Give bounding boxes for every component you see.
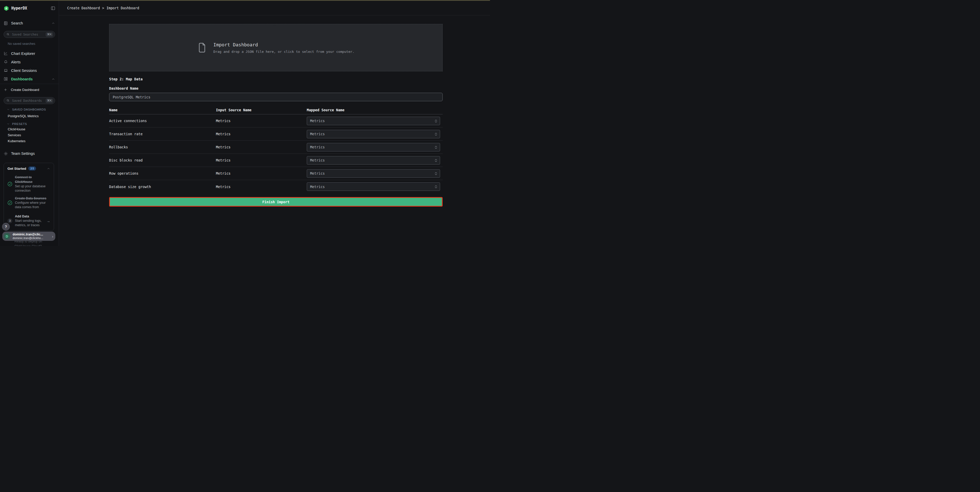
chevron-up-icon[interactable] (51, 21, 55, 25)
app-title: HyperDX (11, 6, 27, 11)
bell-icon (3, 60, 8, 64)
no-saved-searches-text: No saved searches (8, 42, 59, 46)
selector-icon (434, 132, 438, 136)
search-icon (6, 32, 10, 37)
check-circle-icon (8, 182, 12, 187)
laptop-icon (3, 68, 8, 73)
main-area: Create Dashboard>Import Dashboard Import… (59, 1, 490, 246)
step-description: Configure where your data comes from (15, 201, 48, 209)
dropzone-title: Import Dashboard (213, 42, 355, 47)
sidebar-item-dashboards[interactable]: Dashboards (0, 75, 59, 83)
saved-searches-search: ⌘K (3, 31, 55, 38)
user-menu[interactable]: D dominic.tran@clic... dominic.tran@clic… (2, 232, 55, 241)
top-edge-strip (0, 0, 490, 1)
shortcut-badge: ⌘K (46, 32, 53, 37)
sidebar: HyperDX Search ⌘K No saved searches Char… (0, 0, 59, 246)
dashboard-name-label: Dashboard Name (109, 86, 443, 90)
mapping-table: Name Input Source Name Mapped Source Nam… (109, 105, 443, 193)
selector-icon (434, 172, 438, 176)
sidebar-item-client-sessions[interactable]: Client Sessions (0, 66, 59, 75)
mapped-source-select[interactable]: Metrics (307, 117, 440, 125)
hyperdx-logo-icon (3, 6, 9, 11)
chart-line-icon (3, 51, 8, 56)
table-row: Row operations Metrics Metrics (109, 167, 443, 180)
shortcut-badge: ⌘K (46, 98, 53, 103)
step-title: Create Data Sources (15, 196, 48, 201)
sidebar-item-search[interactable]: Search (0, 20, 59, 26)
help-button[interactable]: ? (2, 223, 10, 230)
breadcrumb: Create Dashboard>Import Dashboard (67, 6, 139, 10)
selector-icon (434, 145, 438, 149)
search-icon (6, 99, 10, 103)
mapped-source-select[interactable]: Metrics (307, 182, 440, 191)
sidebar-item-label: Search (11, 21, 23, 25)
table-row: Transaction rate Metrics Metrics (109, 128, 443, 141)
sidebar-item-clickhouse[interactable]: ClickHouse (8, 126, 55, 132)
dashboard-name-input[interactable] (109, 93, 443, 101)
table-header-row: Name Input Source Name Mapped Source Nam… (109, 105, 443, 114)
step-description: Start sending logs, metrics, or traces (15, 219, 44, 227)
mapped-source-select[interactable]: Metrics (307, 156, 440, 165)
get-started-step-connect[interactable]: Connect to ClickHouse Set up your databa… (8, 175, 50, 193)
arrow-right-icon: → (46, 219, 50, 223)
selector-icon (434, 158, 438, 163)
breadcrumb-create-dashboard[interactable]: Create Dashboard (67, 6, 100, 10)
chevron-up-icon[interactable] (47, 167, 50, 170)
import-dropzone[interactable]: Import Dashboard Drag and drop a JSON fi… (109, 24, 443, 71)
table-row: Active connections Metrics Metrics (109, 114, 443, 128)
chevron-up-icon[interactable] (51, 77, 55, 81)
get-started-step-add-data[interactable]: 3 Add Data Start sending logs, metrics, … (8, 214, 50, 227)
gear-icon (3, 152, 8, 156)
sidebar-item-kubernetes[interactable]: Kubernetes (8, 138, 55, 144)
sidebar-item-chart-explorer[interactable]: Chart Explorer (0, 49, 59, 58)
breadcrumb-import-dashboard: Import Dashboard (107, 6, 139, 10)
step-number-badge: 3 (8, 219, 12, 223)
selector-icon (434, 185, 438, 189)
chevron-right-icon: › (52, 234, 53, 238)
table-row: Database size growth Metrics Metrics (109, 180, 443, 193)
page-header: Create Dashboard>Import Dashboard (59, 1, 490, 16)
user-email: dominic.tran@clickho... (13, 236, 43, 240)
sidebar-item-team-settings[interactable]: Team Settings (0, 150, 59, 157)
table-row: Disc blocks read Metrics Metrics (109, 154, 443, 167)
mapped-source-select[interactable]: Metrics (307, 130, 440, 138)
divider (0, 84, 59, 84)
get-started-title: Get Started (8, 167, 26, 171)
check-circle-icon (8, 200, 12, 205)
finish-import-button[interactable]: Finish Import (109, 197, 443, 207)
chevron-down-icon (7, 122, 10, 125)
collapse-sidebar-button[interactable] (51, 6, 56, 11)
sidebar-item-postgresql-metrics[interactable]: PostgreSQL Metrics (8, 113, 55, 118)
mapped-source-select[interactable]: Metrics (307, 143, 440, 152)
saved-dashboards-section-header[interactable]: SAVED DASHBOARDS (7, 107, 55, 111)
get-started-step-sources[interactable]: Create Data Sources Configure where your… (8, 196, 50, 209)
table-row: Rollbacks Metrics Metrics (109, 141, 443, 154)
step-2-title: Step 2: Map Data (109, 77, 443, 81)
selector-icon (434, 119, 438, 123)
panel-collapse-icon (51, 6, 55, 11)
column-header-name: Name (109, 108, 216, 112)
get-started-panel: Get Started 2/3 Connect to ClickHouse Se… (3, 163, 54, 231)
chevron-down-icon (7, 108, 10, 111)
sidebar-item-alerts[interactable]: Alerts (0, 58, 59, 66)
presets-section-header[interactable]: PRESETS (7, 122, 55, 126)
mapped-source-select[interactable]: Metrics (307, 169, 440, 178)
progress-badge: 2/3 (28, 166, 36, 171)
logo-row: HyperDX (3, 5, 56, 11)
sidebar-item-services[interactable]: Services (8, 133, 55, 137)
dashboard-layout-icon (3, 77, 8, 81)
saved-dashboards-search: ⌘K (3, 97, 55, 104)
column-header-input-source: Input Source Name (216, 108, 307, 112)
journal-icon (3, 21, 8, 26)
user-name: dominic.tran@clic... (13, 233, 43, 236)
create-dashboard-button[interactable]: Create Dashboard (3, 87, 55, 93)
avatar: D (3, 233, 10, 240)
dropzone-subtitle: Drag and drop a JSON file here, or click… (213, 50, 355, 54)
step-title: Connect to ClickHouse (15, 175, 48, 184)
file-icon (197, 42, 207, 53)
step-title: Add Data (15, 214, 44, 219)
column-header-mapped-source: Mapped Source Name (307, 108, 443, 112)
plus-icon (3, 88, 8, 92)
step-description: Set up your database connection (15, 184, 48, 193)
